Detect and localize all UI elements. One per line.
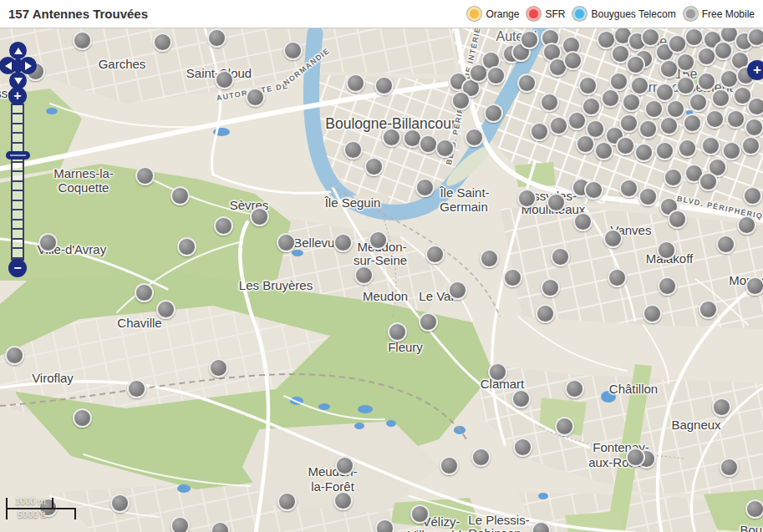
antenna-marker[interactable]	[573, 212, 593, 231]
antenna-marker[interactable]	[382, 128, 401, 147]
antenna-marker[interactable]	[641, 28, 660, 47]
antenna-marker[interactable]	[135, 166, 155, 185]
antenna-marker[interactable]	[626, 55, 645, 74]
antenna-marker[interactable]	[644, 99, 664, 119]
antenna-marker[interactable]	[153, 33, 172, 52]
antenna-marker[interactable]	[584, 180, 603, 200]
antenna-marker[interactable]	[668, 210, 687, 229]
antenna-marker[interactable]	[209, 358, 228, 377]
antenna-marker[interactable]	[364, 157, 384, 176]
antenna-marker[interactable]	[156, 300, 175, 319]
antenna-marker[interactable]	[346, 73, 365, 93]
antenna-marker[interactable]	[73, 408, 92, 428]
antenna-marker[interactable]	[699, 172, 718, 191]
antenna-marker[interactable]	[73, 31, 92, 50]
antenna-marker[interactable]	[471, 448, 491, 467]
antenna-marker[interactable]	[747, 97, 763, 116]
antenna-marker[interactable]	[745, 118, 763, 137]
antenna-marker[interactable]	[246, 88, 265, 107]
antenna-marker[interactable]	[655, 83, 674, 102]
antenna-marker[interactable]	[608, 268, 627, 287]
antenna-marker[interactable]	[440, 456, 459, 475]
antenna-marker[interactable]	[517, 189, 537, 208]
antenna-marker[interactable]	[503, 268, 522, 287]
antenna-marker[interactable]	[207, 28, 226, 48]
antenna-marker[interactable]	[576, 134, 595, 154]
antenna-marker[interactable]	[520, 30, 539, 49]
antenna-marker[interactable]	[374, 76, 394, 95]
antenna-marker[interactable]	[451, 91, 471, 110]
antenna-marker[interactable]	[622, 93, 641, 112]
antenna-marker[interactable]	[747, 28, 763, 47]
antenna-marker[interactable]	[277, 492, 297, 511]
antenna-marker[interactable]	[435, 139, 455, 158]
zoom-in-button[interactable]: +	[8, 87, 27, 105]
antenna-marker[interactable]	[388, 322, 407, 342]
antenna-marker[interactable]	[737, 215, 756, 235]
antenna-marker[interactable]	[565, 379, 584, 398]
antenna-marker[interactable]	[488, 362, 507, 382]
antenna-marker[interactable]	[594, 141, 613, 160]
antenna-marker[interactable]	[38, 233, 58, 252]
antenna-marker[interactable]	[563, 51, 582, 70]
antenna-marker[interactable]	[634, 143, 654, 162]
antenna-marker[interactable]	[720, 458, 739, 477]
antenna-marker[interactable]	[638, 119, 658, 139]
antenna-marker[interactable]	[283, 41, 303, 60]
legend-item-orange[interactable]: Orange	[467, 7, 519, 21]
expand-map-button[interactable]: +	[747, 60, 763, 80]
antenna-marker[interactable]	[601, 89, 620, 108]
antenna-marker[interactable]	[354, 266, 374, 285]
antenna-marker[interactable]	[465, 128, 484, 147]
antenna-marker[interactable]	[335, 456, 354, 475]
antenna-marker[interactable]	[684, 28, 704, 47]
antenna-marker[interactable]	[214, 216, 233, 236]
antenna-marker[interactable]	[678, 139, 697, 158]
antenna-marker[interactable]	[425, 245, 445, 264]
legend-item-free[interactable]: Free Mobile	[684, 7, 755, 21]
zoom-slider-handle[interactable]	[6, 151, 30, 160]
antenna-marker[interactable]	[578, 76, 598, 95]
antenna-marker[interactable]	[127, 379, 146, 398]
antenna-marker[interactable]	[177, 237, 196, 256]
antenna-marker[interactable]	[110, 494, 130, 513]
legend-item-bouygues[interactable]: Bouygues Telecom	[572, 7, 675, 21]
antenna-marker[interactable]	[5, 346, 24, 365]
antenna-marker[interactable]	[643, 304, 662, 323]
antenna-marker[interactable]	[616, 136, 635, 155]
antenna-marker[interactable]	[555, 417, 574, 436]
antenna-marker[interactable]	[277, 233, 296, 252]
antenna-marker[interactable]	[375, 519, 394, 532]
antenna-marker[interactable]	[541, 278, 560, 297]
antenna-marker[interactable]	[745, 499, 763, 519]
antenna-marker[interactable]	[530, 122, 549, 141]
antenna-marker[interactable]	[547, 193, 566, 212]
antenna-marker[interactable]	[699, 300, 718, 319]
antenna-marker[interactable]	[480, 249, 499, 268]
antenna-marker[interactable]	[415, 178, 435, 197]
antenna-marker[interactable]	[664, 168, 683, 187]
antenna-marker[interactable]	[712, 398, 731, 417]
antenna-marker[interactable]	[722, 141, 741, 160]
antenna-marker[interactable]	[745, 276, 763, 296]
antenna-marker[interactable]	[726, 109, 745, 129]
antenna-marker[interactable]	[410, 504, 430, 524]
antenna-marker[interactable]	[170, 516, 190, 532]
antenna-marker[interactable]	[741, 136, 760, 155]
antenna-marker[interactable]	[683, 114, 702, 133]
antenna-marker[interactable]	[705, 109, 725, 129]
antenna-marker[interactable]	[701, 136, 720, 155]
antenna-marker[interactable]	[513, 438, 532, 457]
antenna-marker[interactable]	[369, 231, 388, 250]
pan-right-button[interactable]	[19, 57, 37, 74]
map-canvas[interactable]: GarchesSaint-CloudssoBoulogne-Billancour…	[0, 28, 763, 532]
antenna-marker[interactable]	[743, 186, 762, 205]
antenna-marker[interactable]	[619, 179, 638, 198]
antenna-marker[interactable]	[697, 72, 716, 91]
antenna-marker[interactable]	[716, 235, 735, 254]
antenna-marker[interactable]	[567, 111, 587, 130]
antenna-marker[interactable]	[536, 304, 555, 323]
antenna-marker[interactable]	[333, 233, 353, 252]
zoom-out-button[interactable]: −	[8, 259, 27, 277]
antenna-marker[interactable]	[626, 448, 645, 467]
